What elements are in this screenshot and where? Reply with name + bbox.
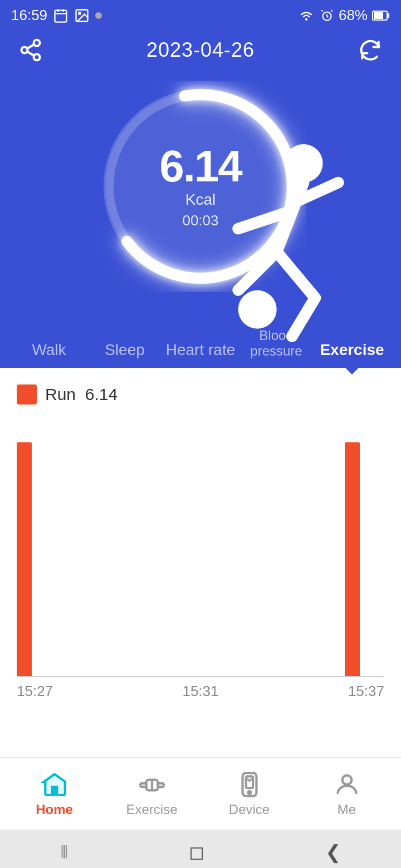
refresh-button[interactable] — [356, 36, 384, 64]
main-display: 6.14 Kcal 00:03 — [0, 75, 401, 320]
chart-bar-1 — [34, 421, 51, 676]
chart-bar-16 — [293, 421, 310, 676]
activity-icon — [159, 144, 371, 356]
chart-bar-14 — [258, 421, 276, 676]
svg-line-26 — [238, 213, 285, 229]
svg-line-27 — [277, 251, 315, 298]
svg-line-18 — [27, 52, 34, 56]
device-icon — [236, 771, 263, 798]
bar-chart — [17, 421, 384, 677]
nav-exercise[interactable]: Exercise — [107, 771, 197, 817]
recents-button[interactable]: ⦀ — [60, 841, 68, 863]
alarm-icon — [320, 8, 334, 23]
ring-content: 6.14 Kcal 00:03 — [159, 144, 242, 229]
nav-home[interactable]: Home — [10, 771, 99, 817]
chart-bar-11 — [207, 421, 224, 676]
nav-home-label: Home — [36, 802, 73, 817]
status-left: 16:59 — [11, 7, 102, 24]
chart-bar-18 — [327, 421, 345, 676]
svg-point-6 — [305, 18, 307, 21]
nav-device-label: Device — [229, 802, 270, 817]
svg-line-28 — [292, 298, 315, 336]
svg-line-10 — [321, 10, 322, 11]
dot-indicator — [95, 12, 102, 19]
me-icon — [333, 771, 361, 798]
chart-bar-0 — [17, 421, 34, 676]
legend-color-box — [17, 384, 37, 405]
svg-line-29 — [238, 251, 277, 290]
exercise-chart: 15:27 15:31 15:37 — [17, 421, 384, 699]
svg-line-19 — [27, 45, 34, 48]
status-right: 68% — [297, 7, 390, 24]
x-label-2: 15:31 — [182, 683, 218, 700]
chart-bar-3 — [69, 421, 86, 676]
svg-rect-13 — [387, 13, 389, 18]
svg-line-9 — [327, 16, 328, 17]
svg-line-11 — [331, 10, 332, 11]
chart-bar-2 — [51, 421, 69, 676]
chart-bar-7 — [138, 421, 155, 676]
wifi-icon — [297, 9, 315, 22]
activity-ring: 6.14 Kcal 00:03 — [95, 81, 306, 292]
svg-point-23 — [285, 144, 323, 183]
svg-rect-0 — [55, 10, 67, 22]
gallery-icon — [74, 8, 90, 23]
x-label-1: 15:27 — [17, 683, 53, 700]
chart-bar-12 — [224, 421, 241, 676]
chart-bar-6 — [120, 421, 138, 676]
svg-point-5 — [79, 12, 81, 14]
app-header: 2023-04-26 — [0, 31, 401, 75]
exercise-icon — [138, 771, 166, 798]
home-button[interactable]: ◻ — [189, 841, 204, 863]
svg-rect-14 — [374, 12, 383, 19]
system-navigation: ⦀ ◻ ❮ — [0, 830, 401, 868]
legend-label: Run 6.14 — [45, 385, 118, 404]
svg-point-38 — [248, 791, 251, 794]
nav-device[interactable]: Device — [205, 771, 294, 817]
status-time: 16:59 — [11, 7, 47, 24]
header-date: 2023-04-26 — [146, 38, 255, 62]
svg-point-30 — [238, 290, 277, 328]
back-button[interactable]: ❮ — [325, 841, 341, 863]
home-icon — [41, 771, 69, 798]
battery-icon — [372, 10, 390, 21]
nav-me-label: Me — [338, 802, 356, 817]
svg-point-39 — [342, 775, 351, 785]
share-button[interactable] — [17, 36, 45, 64]
chart-legend: Run 6.14 — [17, 384, 384, 405]
tab-walk[interactable]: Walk — [11, 333, 87, 368]
content-area: Run 6.14 15:27 15:31 15:37 — [0, 368, 401, 757]
chart-bar-15 — [276, 421, 293, 676]
chart-bar-5 — [103, 421, 120, 676]
chart-x-labels: 15:27 15:31 15:37 — [17, 677, 384, 706]
x-label-3: 15:37 — [348, 683, 384, 700]
chart-bar-8 — [155, 421, 172, 676]
battery-text: 68% — [339, 7, 368, 24]
chart-bar-9 — [172, 421, 189, 676]
status-bar: 16:59 68% — [0, 0, 401, 31]
chart-bar-19 — [345, 421, 362, 676]
nav-exercise-label: Exercise — [126, 802, 177, 817]
chart-bar-17 — [310, 421, 327, 676]
chart-bar-10 — [189, 421, 207, 676]
bottom-navigation: Home Exercise Device Me — [0, 757, 401, 830]
chart-bar-13 — [241, 421, 258, 676]
calendar-icon — [53, 8, 69, 23]
nav-me[interactable]: Me — [302, 771, 392, 817]
chart-bar-4 — [86, 421, 103, 676]
tab-sleep[interactable]: Sleep — [87, 333, 163, 368]
